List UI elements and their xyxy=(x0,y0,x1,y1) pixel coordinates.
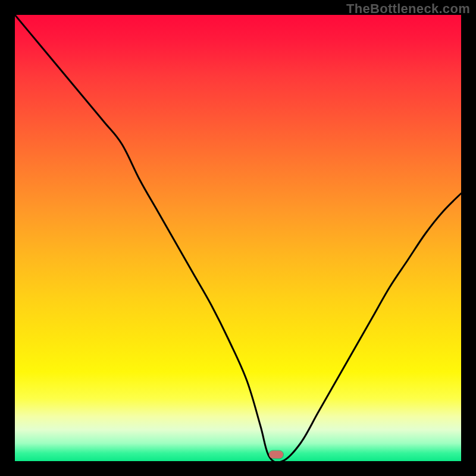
valley-marker xyxy=(269,450,283,458)
plot-area xyxy=(15,15,461,461)
bottleneck-curve xyxy=(15,15,461,461)
curve-path xyxy=(15,15,461,461)
chart-frame: TheBottleneck.com xyxy=(0,0,476,476)
watermark-text: TheBottleneck.com xyxy=(346,1,470,17)
